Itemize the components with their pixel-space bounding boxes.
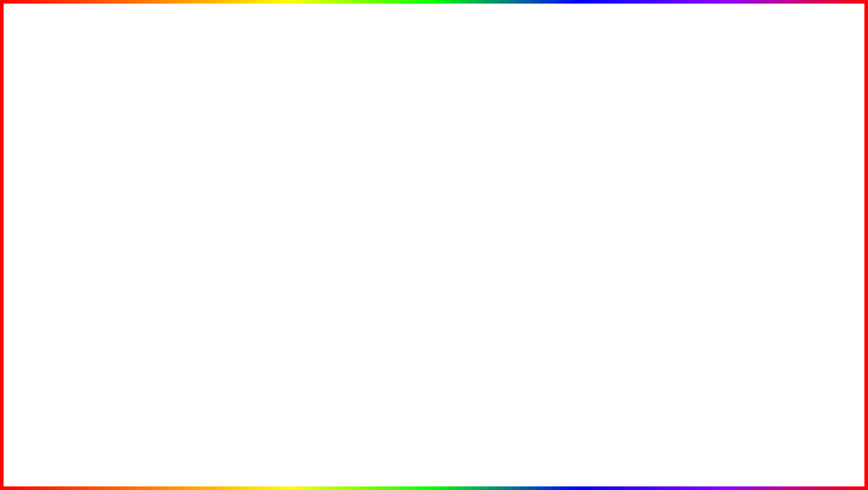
char-leg-right: [435, 297, 445, 328]
toggles-title: Toggles: [63, 102, 160, 106]
silent-lock-value: KeyBind T: [790, 151, 828, 158]
zaphub-infinite-stamina: Infinite Stamina: [566, 225, 779, 241]
combat-tab-icon: ⚔: [692, 180, 696, 185]
aid-section-icon: 💊: [94, 249, 100, 254]
nav-settings[interactable]: ⚙ Settings/Credits: [89, 274, 148, 289]
zaphub-header: ZapHub | Combat Warriors ✎ ⚙ ✕: [566, 162, 779, 176]
zaphub-panel: ZapHub | Combat Warriors ✎ ⚙ ✕ ⚙ Misc 👤 …: [564, 161, 780, 328]
char-arm-left: [412, 267, 421, 294]
svg-rect-26: [794, 413, 803, 415]
top-word: TOP: [229, 420, 343, 476]
nav-aid-section[interactable]: 💊 Aid Section: [89, 245, 148, 259]
maxhub-body: 👤 Player Section 🛡 Parry Section 🎯 Aim/C…: [89, 195, 273, 304]
auto-spawn-label: Auto Spawn: [573, 297, 600, 302]
sidebar-player-item[interactable]: Player: [39, 142, 57, 160]
nav-parry-section[interactable]: 🛡 Parry Section: [89, 209, 148, 224]
sidebar-character[interactable]: Character: [626, 138, 671, 153]
zaphub-tab-misc[interactable]: ⚙ Misc: [566, 176, 594, 189]
no-fall-damage-toggle[interactable]: [756, 246, 772, 253]
inf-stamina-switch[interactable]: [240, 311, 255, 317]
no-ragdoll-toggle-item: No Ragdoll ▼: [94, 323, 268, 335]
no-ragdoll-switch[interactable]: [240, 326, 255, 332]
sidebar-esp-item[interactable]: ESP: [39, 199, 57, 217]
char-arm-right: [447, 267, 456, 294]
inf-parry-label: Inf Parry: [67, 129, 86, 134]
zaphub-tab-combat[interactable]: ⚔ Combat: [685, 176, 720, 189]
wintertime-close-button[interactable]: ✕: [823, 109, 828, 116]
mouse-lock-row: Mouse-Lock KeyBind V: [677, 136, 828, 148]
mouse-keybind-value[interactable]: V: [817, 138, 828, 145]
inf-parry-row: Inf Parry: [63, 127, 160, 136]
infinite-stamina-label: Infinite Stamina: [573, 230, 607, 236]
no-jump-toggle[interactable]: [756, 196, 772, 203]
infinite-stamina-toggle[interactable]: [756, 229, 772, 236]
no-ragdoll-label: No Ragdoll: [573, 313, 597, 319]
auto-spawn-toggle[interactable]: [756, 296, 772, 303]
zaphub-no-dash-cooldown: No Dash Cooldown: [566, 208, 779, 225]
title-container: COMBAT WARRIORS: [0, 22, 868, 94]
warrior-silhouette: [755, 390, 809, 462]
player-mobil-icon: 📱: [644, 180, 649, 185]
auto-parry-value: Enable: [141, 120, 156, 125]
aiming-label: Aiming: [639, 128, 653, 133]
camera-keybind-value[interactable]: C: [817, 126, 828, 133]
sidebar-aiming[interactable]: Aiming: [626, 123, 671, 138]
emotes-row: Emotes Unlock: [63, 109, 160, 118]
zaphub-settings-btn[interactable]: ⚙: [761, 166, 766, 172]
synapse-item: Synapse | True: [210, 211, 259, 224]
ground-level: [164, 382, 704, 400]
stomp-aura-label: Stomp Aura: [573, 263, 599, 269]
maxhub-nav: 👤 Player Section 🛡 Parry Section 🎯 Aim/C…: [89, 195, 148, 304]
nav-aim-section[interactable]: 🎯 Aim/Combat Section: [89, 224, 148, 245]
zaphub-tabs: ⚙ Misc 👤 Player (PC) 📱 Player (Mobil) ⚔ …: [566, 176, 779, 190]
wintertime-title: WinterTime Admin Panel: [642, 110, 700, 115]
zaphub-title: ZapHub | Combat Warriors: [581, 166, 649, 172]
no-ragdoll-toggle[interactable]: [756, 312, 772, 320]
silent-keybind-value[interactable]: T: [818, 151, 828, 158]
zaphub-edit-btn[interactable]: ✎: [754, 166, 759, 172]
mouse-lock-label: Mouse-Lock: [677, 139, 704, 145]
zaphub-list: No Jump Cooldown No Dash Cooldown Infini…: [566, 190, 779, 326]
svg-point-11: [632, 143, 634, 146]
zaphub-close-btn[interactable]: ✕: [769, 166, 774, 172]
auto-parry-row: Auto Parry Enable: [63, 118, 160, 127]
misc-label: Misc: [44, 192, 51, 196]
zaphub-auto-spawn: Auto Spawn: [566, 291, 779, 308]
sidebar-misc-item[interactable]: Misc: [39, 180, 57, 198]
misc-tab-label: Misc: [578, 180, 587, 185]
aim-section-icon: 🎯: [94, 232, 100, 237]
inf-stamina-row: Inf Stamina: [63, 145, 160, 154]
svg-point-3: [45, 203, 51, 207]
sidebar-combat-item[interactable]: Combat: [39, 161, 57, 179]
camera-keybind-label: KeyBind: [798, 127, 814, 132]
nav-utility-shits[interactable]: 🔧 Utility Shits: [89, 259, 148, 274]
svg-rect-20: [773, 413, 791, 440]
parry-section-label: Parry Section: [102, 214, 131, 219]
watermark-logo: CW: [804, 446, 825, 460]
zaphub-tab-player-pc[interactable]: 👤 Player (PC): [594, 176, 638, 189]
auto-parry-label: Auto Parry: [67, 120, 90, 125]
zaphub-tab-player-mobil[interactable]: 📱 Player (Mobil): [637, 176, 685, 189]
stomp-aura-toggle[interactable]: [756, 263, 772, 270]
player-pc-label: Player (PC): [608, 180, 631, 185]
wintertime-content: Camera-Lock KeyBind C Mouse-Lock KeyBind…: [671, 120, 833, 165]
svg-rect-24: [783, 440, 790, 460]
changelog-label: Changelog: [103, 294, 126, 299]
svg-line-18: [792, 153, 794, 156]
emotes-label: Emotes: [67, 111, 84, 116]
sidebar-rage-item[interactable]: Rage: [39, 123, 57, 141]
nav-changelog[interactable]: 📋 Changelog: [89, 289, 148, 304]
char-foot-right: [434, 327, 446, 334]
no-dash-toggle[interactable]: [756, 213, 772, 220]
aid-section-label: Aid Section: [103, 249, 128, 254]
anti-bear-trap-toggle[interactable]: [756, 279, 772, 286]
no-ragdoll-arrow[interactable]: ▼: [258, 327, 263, 332]
inf-stamina-toggle-controls: ▼: [240, 311, 263, 317]
no-jump-label: No Jump Cooldown: [573, 197, 616, 202]
inf-stamina-arrow[interactable]: ▼: [258, 312, 263, 316]
silent-lock-label: Silent-Lock: [677, 152, 701, 157]
specs-button[interactable]: SPECS: [442, 2, 473, 11]
nav-player-section[interactable]: 👤 Player Section: [89, 195, 148, 209]
disasters-button[interactable]: DISASTERS: [395, 2, 440, 11]
misc-tab-icon: ⚙: [572, 180, 576, 185]
